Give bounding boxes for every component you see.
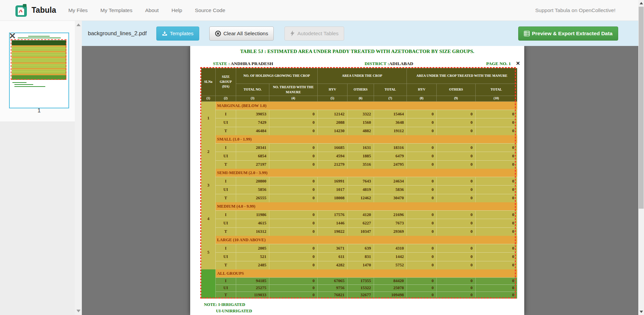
state-text: STATE : ANDHRA PRADESH — [213, 61, 273, 66]
tabula-logo-icon — [15, 4, 28, 17]
thumbnail-title-line — [18, 38, 61, 38]
selection-close-button[interactable]: ✕ — [516, 61, 520, 66]
sidebar-scroll-down-icon[interactable] — [76, 310, 80, 312]
thumbnail-note-line — [12, 82, 26, 83]
brand-link[interactable]: Tabula — [15, 4, 56, 17]
lightning-icon — [290, 31, 295, 36]
thumbnail-note-line — [14, 84, 33, 85]
clear-circle-x-icon — [215, 31, 221, 37]
sidebar: ✕ 1 — [0, 21, 82, 315]
nav-item-my-files[interactable]: My Files — [62, 0, 94, 21]
sidebar-scrollbar[interactable] — [75, 21, 82, 315]
thumbnail-title-line — [28, 36, 50, 37]
nav-links: My Files My Templates About Help Source … — [62, 0, 232, 21]
thumbnail-note-line — [14, 86, 45, 87]
clear-selections-button[interactable]: Clear All Selections — [209, 27, 274, 41]
scrollbar-thumb[interactable] — [639, 7, 644, 209]
nav-item-help[interactable]: Help — [165, 0, 189, 21]
nav-item-my-templates[interactable]: My Templates — [94, 0, 139, 21]
clear-selections-label: Clear All Selections — [223, 31, 268, 37]
remove-page-button[interactable]: ✕ — [9, 32, 16, 40]
table-list-icon — [524, 31, 530, 36]
document-filename: background_lines_2.pdf — [88, 30, 147, 37]
page-number-label: 1 — [9, 107, 69, 114]
templates-icon — [162, 31, 167, 36]
export-button-label: Preview & Export Extracted Data — [532, 31, 612, 37]
export-button[interactable]: Preview & Export Extracted Data — [518, 27, 618, 41]
scrollbar-down-arrow-icon[interactable] — [640, 311, 643, 313]
support-link[interactable]: Support Tabula on OpenCollective! — [535, 7, 615, 13]
pdf-viewer: TABLE 5J : ESTIMATED AREA UNDER PADDY TR… — [82, 46, 638, 315]
note-line-2: UI-UNIRRIGATED — [216, 309, 252, 314]
pdf-title: TABLE 5J : ESTIMATED AREA UNDER PADDY TR… — [190, 49, 524, 54]
app-root: Tabula My Files My Templates About Help … — [0, 0, 644, 315]
templates-button-label: Templates — [170, 31, 194, 37]
templates-button[interactable]: Templates — [156, 27, 199, 41]
thumbnail-panel: ✕ 1 — [0, 21, 75, 121]
scrollbar-up-arrow-icon[interactable] — [640, 2, 643, 4]
navbar: Tabula My Files My Templates About Help … — [0, 0, 638, 21]
note-line-1: NOTE: I-IRRIGATED — [204, 302, 245, 307]
pdf-page[interactable]: TABLE 5J : ESTIMATED AREA UNDER PADDY TR… — [190, 46, 524, 315]
district-text: DISTRICT :ADILABAD — [365, 61, 413, 66]
thumbnail-selection-overlay — [11, 39, 66, 80]
pdf-meta-row: STATE : ANDHRA PRADESH DISTRICT :ADILABA… — [190, 61, 524, 67]
autodetect-tables-button[interactable]: Autodetect Tables — [284, 27, 344, 41]
page-no-text: PAGE NO. 1 — [486, 61, 511, 66]
brand-title: Tabula — [32, 6, 56, 15]
selection-box[interactable] — [200, 67, 516, 299]
page-thumbnail[interactable] — [9, 33, 69, 108]
window-scrollbar[interactable] — [638, 0, 644, 315]
nav-item-source-code[interactable]: Source Code — [189, 0, 231, 21]
toolbar: background_lines_2.pdf Templates Clear A… — [82, 21, 638, 46]
autodetect-tables-label: Autodetect Tables — [297, 31, 338, 37]
sidebar-scroll-up-icon[interactable] — [76, 23, 80, 26]
nav-item-about[interactable]: About — [139, 0, 165, 21]
